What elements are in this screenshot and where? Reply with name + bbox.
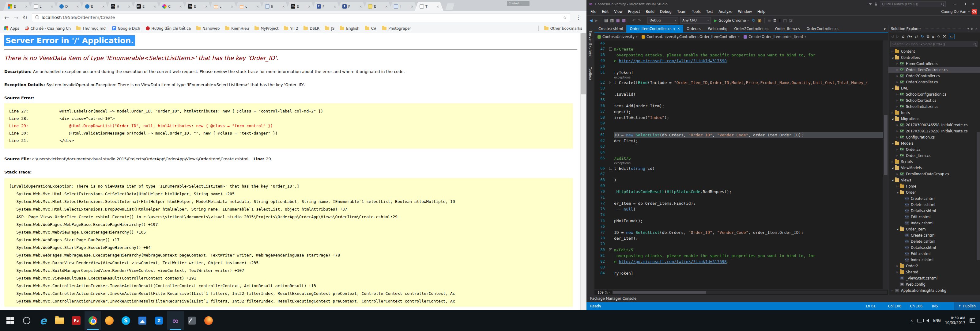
side-tab-server-explorer[interactable]: Server Explorer <box>589 27 592 62</box>
pin-icon[interactable] <box>971 28 973 30</box>
tab-close-icon[interactable]: × <box>128 5 130 8</box>
code-line[interactable]: 83 <box>595 264 883 270</box>
minimize-button[interactable] <box>951 1 959 7</box>
expand-arrow-icon[interactable]: ◢ <box>890 142 895 145</box>
visual-studio[interactable]: ∞ <box>167 312 184 330</box>
tab-close-icon[interactable]: × <box>437 5 439 8</box>
solution-configuration-select[interactable]: Debug▾ <box>648 17 678 24</box>
collapse-arrow-icon[interactable]: ▷ <box>890 112 895 114</box>
expand-arrow-icon[interactable]: ◢ <box>895 191 900 194</box>
start-button[interactable] <box>2 312 18 330</box>
tree-item[interactable]: ▷Scripts <box>888 159 980 165</box>
refresh-icon[interactable]: ↻ <box>921 34 924 38</box>
editor-zoom-select[interactable]: 109 % ▾ <box>595 291 612 294</box>
browser-tab[interactable]: E× <box>80 2 109 11</box>
tree-scrollbar[interactable] <box>976 48 980 295</box>
browser-menu-icon[interactable]: ⋮ <box>574 14 582 21</box>
tab-close-icon[interactable]: × <box>231 5 233 8</box>
publish-button[interactable]: ↑ Publish <box>954 302 980 310</box>
edge[interactable]: e <box>35 312 51 330</box>
page-scrollbar[interactable] <box>580 33 587 310</box>
bookmark-item[interactable]: Photograper <box>382 26 411 30</box>
language-indicator[interactable]: ENG <box>933 318 941 323</box>
tree-item[interactable]: <>Index.cshtml <box>888 257 980 263</box>
code-line[interactable]: 55 <box>595 97 883 103</box>
pin-icon[interactable] <box>673 28 675 30</box>
code-line[interactable]: 71 <box>595 195 883 200</box>
chrome[interactable] <box>84 312 101 330</box>
coc-coc[interactable] <box>101 312 118 330</box>
tree-item[interactable]: ▷C#201703090246558_InitialCreate.cs <box>888 122 980 128</box>
reload-icon[interactable]: ↻ <box>23 14 27 21</box>
tab-close-icon[interactable]: × <box>154 5 156 8</box>
code-line[interactable]: 64 <box>595 150 883 155</box>
filter-icon[interactable] <box>869 3 872 5</box>
page-info-icon[interactable]: ⓘ <box>35 15 39 20</box>
code-line[interactable]: 66−t Edit(string id) <box>595 165 883 171</box>
bookmark-item[interactable]: JS <box>325 26 334 30</box>
bookmark-item[interactable]: Chủ đề - Cửa hàng Ch <box>25 26 71 30</box>
restore-button[interactable] <box>960 1 968 7</box>
tree-item[interactable]: <>Edit.cshtml <box>888 214 980 220</box>
code-line[interactable]: 67 <box>595 171 883 177</box>
code-line[interactable]: 77ID = new SelectList(db.Orders, "Order_… <box>595 230 883 235</box>
display-tray-icon[interactable] <box>917 319 922 322</box>
window-position-icon[interactable]: ▾ <box>967 27 969 30</box>
tab-close-icon[interactable]: × <box>334 5 336 8</box>
tree-item[interactable]: ▷C#Order2Controller.cs <box>888 73 980 79</box>
collapse-arrow-icon[interactable]: ▷ <box>895 136 900 139</box>
new-tab-button[interactable] <box>445 3 455 10</box>
tree-item[interactable]: <>Details.cshtml <box>888 208 980 214</box>
browser-tab[interactable]: mE× <box>132 2 161 11</box>
menu-help[interactable]: Help <box>755 10 768 14</box>
forward-icon[interactable]: ▷ <box>896 34 899 38</box>
collapse-arrow-icon[interactable]: ▷ <box>895 173 900 175</box>
collapse-arrow-icon[interactable]: ▷ <box>895 265 900 267</box>
collapse-arrow-icon[interactable]: ▷ <box>895 75 900 77</box>
fold-marker-icon[interactable]: − <box>609 248 612 251</box>
collapse-arrow-icon[interactable]: ▷ <box>895 185 900 187</box>
list-members-icon[interactable]: ≡ <box>768 18 771 23</box>
tree-item[interactable]: ▷C#201703091123228_InitialCreate.cs <box>888 128 980 134</box>
tree-item[interactable]: ▷Order2 <box>888 263 980 269</box>
browser-tab[interactable]: D× <box>54 2 83 11</box>
code-line[interactable]: 73 == null) <box>595 206 883 212</box>
browser-tab[interactable]: l× <box>389 2 418 11</box>
tree-item[interactable]: <>Delete.cshtml <box>888 201 980 208</box>
fold-marker-icon[interactable]: − <box>609 167 612 170</box>
other-bookmarks[interactable]: Other bookmarks <box>544 26 582 30</box>
code-line[interactable]: 46 <box>595 40 883 46</box>
pending-changes-filter-icon[interactable]: ◔▾ <box>907 34 912 38</box>
editor-vertical-scrollbar[interactable] <box>883 40 888 289</box>
tree-item[interactable]: <>Create.cshtml <box>888 232 980 238</box>
solution-platform-select[interactable]: Any CPU▾ <box>680 17 711 24</box>
expand-arrow-icon[interactable]: ◢ <box>890 167 895 169</box>
save-all-icon[interactable]: ▩ <box>622 18 626 23</box>
address-bar[interactable]: ⓘ localhost:19556/OrderItem/Create ☆ <box>32 13 570 22</box>
code-line[interactable]: 52−t Create([Bind(Include = "Order_Item_… <box>595 80 883 85</box>
collapse-arrow-icon[interactable]: ▷ <box>890 289 895 292</box>
collapse-arrow-icon[interactable]: ▷ <box>895 124 900 126</box>
menu-edit[interactable]: Edit <box>599 10 611 14</box>
back-icon[interactable]: ← <box>4 14 9 21</box>
tree-item[interactable]: ▷Home <box>888 183 980 189</box>
bookmark-item[interactable]: Nanoweb <box>196 26 220 30</box>
tree-item[interactable]: ▷Shared <box>888 269 980 275</box>
code-line[interactable]: 62der_Item); <box>595 138 883 144</box>
collapse-arrow-icon[interactable]: ▷ <box>895 81 900 83</box>
code-line[interactable]: 84ryToken] <box>595 270 883 276</box>
save-icon[interactable]: ▦ <box>616 18 620 23</box>
menu-team[interactable]: Team <box>675 10 689 14</box>
tree-item[interactable]: <>Create.cshtml <box>888 195 980 201</box>
codelens-indicator[interactable]: exceptions <box>614 75 630 80</box>
tree-item[interactable]: ▷C#Order.cs <box>888 147 980 153</box>
breadcrumb-class[interactable]: ContosoUniversity.Controllers.Order_Item… <box>641 35 742 39</box>
bookmark-item[interactable]: Thư mục mới <box>76 26 106 30</box>
close-button[interactable]: × <box>969 1 978 7</box>
tab-close-icon[interactable]: × <box>205 5 208 8</box>
bookmark-item[interactable]: English <box>340 26 359 30</box>
tree-item[interactable]: <>Edit.cshtml <box>888 251 980 257</box>
expand-arrow-icon[interactable]: ◢ <box>890 179 895 181</box>
browser-tab[interactable]: L× <box>29 2 57 11</box>
tab-close-icon[interactable]: × <box>411 5 414 8</box>
